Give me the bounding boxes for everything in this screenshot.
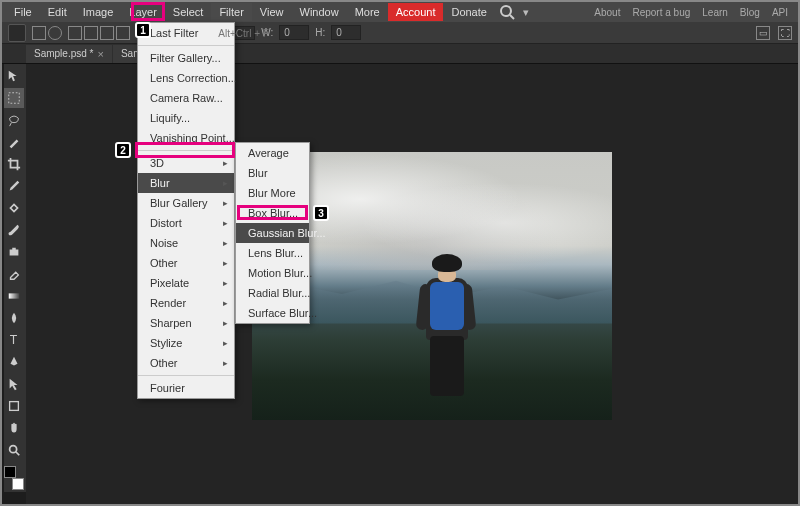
menu-stylize[interactable]: Stylize▸ [138,333,234,353]
type-tool[interactable]: T [4,330,24,350]
menu-other[interactable]: Other▸ [138,253,234,273]
menu-last-filter[interactable]: Last FilterAlt+Ctrl + F [138,23,234,43]
menu-window[interactable]: Window [292,3,347,21]
lasso-tool[interactable] [4,110,24,130]
menu-distort[interactable]: Distort▸ [138,213,234,233]
link-about[interactable]: About [588,4,626,21]
callout-2: 2 [115,142,131,158]
document-tabs: Sample.psd * × Sample.psd × [2,44,798,64]
background-color-swatch[interactable] [12,478,24,490]
brush-tool[interactable] [4,220,24,240]
chevron-right-icon: ▸ [223,338,228,348]
menu-filter[interactable]: Filter [211,3,251,21]
marquee-shape-group [32,26,62,40]
svg-point-0 [501,6,511,16]
wand-tool[interactable] [4,132,24,152]
rect-marquee-icon[interactable] [32,26,46,40]
eraser-tool[interactable] [4,264,24,284]
chevron-right-icon: ▸ [223,258,228,268]
gradient-tool[interactable] [4,286,24,306]
select-mode-group [68,26,130,40]
menubar: File Edit Image Layer Select Filter View… [2,2,798,22]
select-mode-add-icon[interactable] [84,26,98,40]
path-select-tool[interactable] [4,374,24,394]
svg-rect-3 [9,293,20,298]
link-blog[interactable]: Blog [734,4,766,21]
menu-noise[interactable]: Noise▸ [138,233,234,253]
menu-fourier[interactable]: Fourier [138,378,234,398]
crop-tool[interactable] [4,154,24,174]
link-learn[interactable]: Learn [696,4,734,21]
svg-point-6 [10,446,17,453]
filter-menu: Last FilterAlt+Ctrl + F Filter Gallery..… [137,22,235,399]
select-mode-sub-icon[interactable] [100,26,114,40]
menu-gaussian-blur[interactable]: Gaussian Blur... [236,223,309,243]
shape-tool[interactable] [4,396,24,416]
width-input[interactable]: 0 [279,25,309,40]
menu-motion-blur[interactable]: Motion Blur... [236,263,309,283]
search-icon[interactable] [499,4,515,20]
menu-blur[interactable]: Blur▸ [138,173,234,193]
link-api[interactable]: API [766,4,794,21]
menu-surface-blur[interactable]: Surface Blur... [236,303,309,323]
zoom-tool[interactable] [4,440,24,460]
tab-sample-modified[interactable]: Sample.psd * × [26,45,112,63]
heal-tool[interactable] [4,198,24,218]
link-report-bug[interactable]: Report a bug [626,4,696,21]
menu-blur-gallery[interactable]: Blur Gallery▸ [138,193,234,213]
window-controls: ▭ ⛶ [756,26,792,40]
eyedropper-tool[interactable] [4,176,24,196]
hand-tool[interactable] [4,418,24,438]
menu-view[interactable]: View [252,3,292,21]
dropdown-arrow-icon[interactable]: ▾ [519,6,533,19]
menu-liquify[interactable]: Liquify... [138,108,234,128]
pen-tool[interactable] [4,352,24,372]
menu-3d[interactable]: 3D▸ [138,153,234,173]
menu-render[interactable]: Render▸ [138,293,234,313]
select-mode-new-icon[interactable] [68,26,82,40]
optionsbar: Feather: 0 W: 0 H: 0 [2,22,798,44]
svg-line-7 [16,452,20,456]
menu-filter-gallery[interactable]: Filter Gallery... [138,48,234,68]
close-icon[interactable]: × [97,48,103,60]
menu-radial-blur[interactable]: Radial Blur... [236,283,309,303]
menu-box-blur[interactable]: Box Blur... [236,203,309,223]
menu-other-2[interactable]: Other▸ [138,353,234,373]
svg-text:T: T [10,333,18,347]
collapse-icon[interactable]: ▭ [756,26,770,40]
current-tool-icon[interactable] [8,24,26,42]
clone-tool[interactable] [4,242,24,262]
menu-image[interactable]: Image [75,3,122,21]
height-label: H: [315,27,325,38]
color-swatches[interactable] [4,466,24,490]
menu-select[interactable]: Select [165,3,212,21]
menu-blur-item[interactable]: Blur [236,163,309,183]
menu-blur-more[interactable]: Blur More [236,183,309,203]
menu-lens-correction[interactable]: Lens Correction... [138,68,234,88]
foreground-color-swatch[interactable] [4,466,16,478]
ellipse-marquee-icon[interactable] [48,26,62,40]
menu-edit[interactable]: Edit [40,3,75,21]
menu-layer[interactable]: Layer [121,3,165,21]
move-tool[interactable] [4,66,24,86]
chevron-right-icon: ▸ [223,278,228,288]
marquee-tool[interactable] [4,88,24,108]
menu-pixelate[interactable]: Pixelate▸ [138,273,234,293]
callout-1: 1 [135,22,151,38]
height-input[interactable]: 0 [331,25,361,40]
donate-button[interactable]: Donate [443,3,494,21]
menu-sharpen[interactable]: Sharpen▸ [138,313,234,333]
fullscreen-icon[interactable]: ⛶ [778,26,792,40]
menu-file[interactable]: File [6,3,40,21]
blur-tool[interactable] [4,308,24,328]
select-mode-intersect-icon[interactable] [116,26,130,40]
svg-rect-2 [9,93,20,104]
menu-average[interactable]: Average [236,143,309,163]
menu-lens-blur[interactable]: Lens Blur... [236,243,309,263]
menu-more[interactable]: More [347,3,388,21]
menu-camera-raw[interactable]: Camera Raw... [138,88,234,108]
chevron-right-icon: ▸ [223,318,228,328]
chevron-right-icon: ▸ [223,178,228,188]
account-button[interactable]: Account [388,3,444,21]
menu-vanishing-point[interactable]: Vanishing Point... [138,128,234,148]
